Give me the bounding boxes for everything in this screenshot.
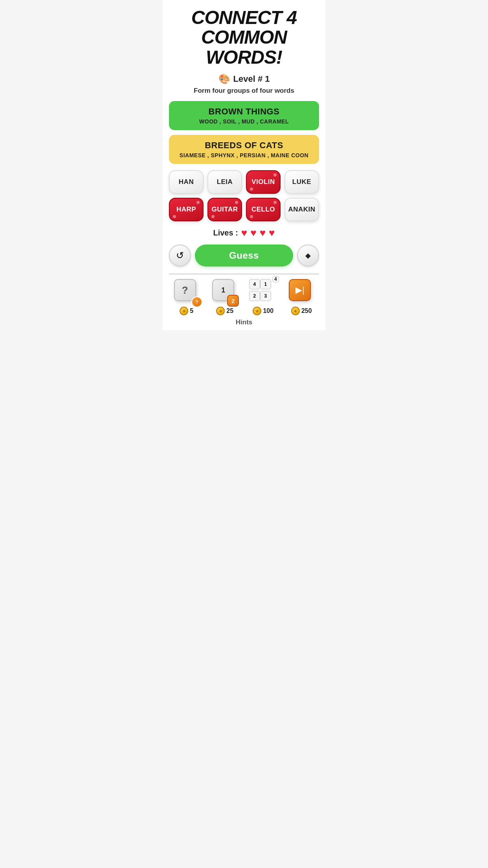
lives-row: Lives : ♥ ♥ ♥ ♥ <box>213 227 275 239</box>
category-brown-things-words: WOOD , SOIL , MUD , CARAMEL <box>175 118 313 125</box>
word-grid: HAN LEIA VIOLIN LUKE HARP GUITAR CELLO A… <box>169 170 319 221</box>
coin-3 <box>253 307 261 315</box>
word-tile-luke[interactable]: LUKE <box>284 170 319 194</box>
level-row: 🎨 Level # 1 <box>218 74 270 85</box>
heart-2: ♥ <box>250 227 256 239</box>
category-brown-things: BROWN THINGS WOOD , SOIL , MUD , CARAMEL <box>169 101 319 130</box>
category-breeds-of-cats-words: SIAMESE , SPHYNX , PERSIAN , MAINE COON <box>175 152 313 158</box>
hint-reveal-pair-icon-wrap: 1 2 <box>212 279 237 304</box>
action-row: ↺ Guess ◆ <box>169 245 319 267</box>
hint-reveal-group[interactable]: 4 1 2 3 4 100 <box>246 279 281 315</box>
category-breeds-of-cats-title: BREEDS OF CATS <box>175 140 313 151</box>
hint-skip-level-price: 250 <box>301 307 312 314</box>
hint-skip-level-cost: 250 <box>291 307 312 315</box>
word-tile-violin[interactable]: VIOLIN <box>246 170 281 194</box>
category-breeds-of-cats: BREEDS OF CATS SIAMESE , SPHYNX , PERSIA… <box>169 135 319 164</box>
hint-reveal-group-card: 4 1 2 3 <box>249 279 271 301</box>
hint-reveal-group-cost: 100 <box>253 307 273 315</box>
hints-section: ? ? 5 1 2 <box>169 274 319 326</box>
word-tile-harp[interactable]: HARP <box>169 198 204 221</box>
hints-label: Hints <box>169 318 319 326</box>
heart-3: ♥ <box>260 227 266 239</box>
shuffle-button[interactable]: ↺ <box>169 245 191 267</box>
num-card-3: 3 <box>260 291 271 301</box>
hint-skip-level-card: ▶| <box>289 279 311 301</box>
word-tile-guitar[interactable]: GUITAR <box>207 198 242 221</box>
hint-reveal-group-icon-wrap: 4 1 2 3 4 <box>249 279 277 304</box>
coin-2 <box>216 307 225 315</box>
word-tile-anakin[interactable]: ANAKIN <box>284 198 319 221</box>
hint-reveal-pair-price: 25 <box>226 307 233 314</box>
eraser-icon: ◆ <box>305 251 311 260</box>
word-tile-han[interactable]: HAN <box>169 170 204 194</box>
hint-reveal-pair[interactable]: 1 2 25 <box>207 279 243 315</box>
hints-grid: ? ? 5 1 2 <box>169 279 319 315</box>
hint-reveal-letter-price: 5 <box>190 307 193 314</box>
guess-button[interactable]: Guess <box>195 245 293 267</box>
hint-group-top-badge: 4 <box>272 276 279 282</box>
level-label: Level # 1 <box>233 74 270 84</box>
hint-reveal-letter[interactable]: ? ? 5 <box>169 279 204 315</box>
main-page: CONNECT 4COMMON WORDS! 🎨 Level # 1 Form … <box>163 0 325 330</box>
eraser-button[interactable]: ◆ <box>297 245 319 267</box>
heart-4: ♥ <box>269 227 275 239</box>
hint-reveal-group-price: 100 <box>263 307 273 314</box>
game-title: CONNECT 4COMMON WORDS! <box>169 8 319 67</box>
coin-1 <box>180 307 188 315</box>
hint-reveal-pair-cost: 25 <box>216 307 233 315</box>
shuffle-icon: ↺ <box>176 250 184 261</box>
num-card-2: 2 <box>249 291 260 301</box>
level-icon: 🎨 <box>218 74 230 85</box>
hint-reveal-letter-badge: ? <box>191 296 202 307</box>
coin-4 <box>291 307 300 315</box>
hint-skip-level-icon-wrap: ▶| <box>289 279 314 304</box>
hint-reveal-letter-icon-wrap: ? ? <box>174 279 199 304</box>
num-card-4: 4 <box>249 279 260 289</box>
category-brown-things-title: BROWN THINGS <box>175 107 313 117</box>
word-tile-cello[interactable]: CELLO <box>246 198 281 221</box>
lives-label: Lives : <box>213 228 238 237</box>
word-tile-leia[interactable]: LEIA <box>207 170 242 194</box>
num-card-1: 1 <box>260 279 271 289</box>
subtitle: Form four groups of four words <box>194 87 294 95</box>
heart-1: ♥ <box>241 227 247 239</box>
hint-pair-badge2: 2 <box>227 295 239 307</box>
hint-reveal-letter-cost: 5 <box>180 307 193 315</box>
hint-skip-level[interactable]: ▶| 250 <box>284 279 319 315</box>
